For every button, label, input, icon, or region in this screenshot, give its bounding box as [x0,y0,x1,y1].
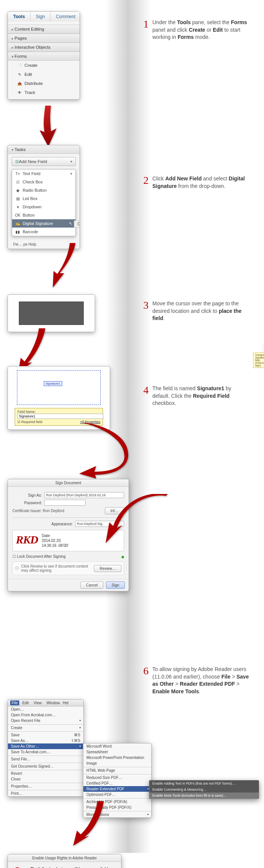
form-icon: ⊞ [15,159,19,164]
mi-get-signed[interactable]: Get Documents Signed… [8,763,83,769]
reader-extended-submenu: Enable Adding Text in PDFs (that are not… [149,780,259,799]
button-icon: OK [15,212,20,218]
signature-field-area[interactable]: Signature1 [17,370,101,405]
step-number: 6 [143,666,149,676]
step-text: Move the cursor over the page to the des… [152,300,249,322]
usage-intro: The following features will become avail… [31,867,110,868]
mi-create[interactable]: Create [8,724,83,731]
mi-image[interactable]: Image [83,760,151,766]
tab-tools[interactable]: Tools [8,12,31,22]
cursor-icon: ↖ [69,221,72,226]
signature-initials: RKD [16,533,42,548]
forms-edit[interactable]: ✎Edit [8,70,80,79]
mi-save-as-other[interactable]: Save As Other… [8,743,83,749]
signature-preview: RKD Date: 2014.02.20 14:36:16 -06'00' [12,530,124,551]
menu-edit[interactable]: Edit [22,701,29,705]
tasks-header[interactable]: Tasks [8,145,80,154]
mi-pdfa[interactable]: Archivable PDF (PDF/A) [83,798,151,805]
step-text: Click Add New Field and select Digital S… [152,175,249,190]
placed-field-placeholder [19,302,84,325]
section-content-editing[interactable]: Content Editing [8,25,80,34]
textfield-icon: Tᴛ [15,171,20,176]
mi-enable-text[interactable]: Enable Adding Text in PDFs (that are not… [149,780,259,786]
field-type-help: Fie… pe Help [8,240,80,249]
mi-close[interactable]: Close [8,776,83,782]
dd-button[interactable]: OKButton [12,211,75,219]
forms-distribute[interactable]: 📤Distribute [8,79,80,88]
status-icon: ■ [121,554,124,560]
section-pages[interactable]: Pages [8,34,80,43]
field-properties-popup: Signature1 Field Name: ☑ Required field … [8,366,110,430]
dropdown-icon: ▾ [15,204,20,209]
mi-save-as[interactable]: Save As…⇧⌘S [8,738,83,743]
mi-save-acom[interactable]: Save To Acrobat.com… [8,749,83,755]
mi-send[interactable]: Send File… [8,756,83,762]
dd-check-box[interactable]: ☑Check Box [12,178,75,186]
mi-properties[interactable]: Properties… [8,783,83,789]
review-note: Click Review to see if document content … [21,564,92,573]
mi-spreadsheet[interactable]: Spreadsheet [83,749,151,755]
mi-revert[interactable]: Revert [8,770,83,776]
menu-window[interactable]: Window [46,701,60,705]
mi-open[interactable]: Open… [8,706,83,712]
menu-file[interactable]: File [10,700,19,705]
info-icon: ⓘ [15,566,19,571]
save-as-other-submenu: Microsoft Word Spreadsheet Microsoft Pow… [83,743,152,818]
step-text: Under the Tools pane, select the Forms p… [152,19,249,41]
unsigned-tooltip: Unsigned signature field (Click to sign) [253,352,264,368]
mi-save[interactable]: Save⌘S [8,731,83,738]
radio-icon: ◉ [15,188,20,193]
mi-print[interactable]: Print… [8,790,83,796]
mi-open-acom[interactable]: Open From Acrobat.com… [8,712,83,718]
lock-checkbox[interactable]: ☐ Lock Document After Signing [12,554,66,559]
tools-pane: Tools Sign Comment Content Editing Pages… [8,11,80,100]
mi-enable-commenting[interactable]: Enable Commenting & Measuring… [149,786,259,793]
tab-comment[interactable]: Comment [51,12,80,22]
step-number: 1 [143,19,149,29]
required-field-checkbox[interactable]: ☑ Required field [17,420,42,424]
section-forms[interactable]: Forms [8,52,80,61]
mi-certified[interactable]: Certified PDF… [83,780,151,786]
dd-digital-signature[interactable]: ✍Digital Signature↖ [12,219,75,228]
mi-optimized[interactable]: Optimized PDF… [83,792,151,797]
dd-text-field[interactable]: TᴛText Field▾ [12,169,75,178]
mi-msword[interactable]: Microsoft Word [83,743,151,749]
section-interactive-objects[interactable]: Interactive Objects [8,43,80,52]
mi-reduced[interactable]: Reduced Size PDF… [83,774,151,780]
tab-sign[interactable]: Sign [31,12,51,22]
sign-button[interactable]: Sign [106,582,125,589]
mi-open-recent[interactable]: Open Recent File [8,718,83,723]
mi-pdfx[interactable]: Press-Ready PDF (PDF/X) [83,805,151,810]
menu-help[interactable]: Hel [63,701,69,705]
forms-create[interactable]: 📄Create [8,61,80,70]
dialog-title: Sign Document [8,479,129,487]
distribute-icon: 📤 [17,81,22,86]
step-text: The field is named Signature1 by default… [152,385,249,407]
field-type-dropdown: TᴛText Field▾ ☑Check Box ◉Radio Button ▤… [12,169,76,236]
menu-view[interactable]: View [34,701,42,705]
forms-track[interactable]: 👁Track [8,88,80,97]
tab-order[interactable]: Order [74,220,80,228]
dd-dropdown[interactable]: ▾Dropdown [12,203,75,211]
dd-barcode[interactable]: ▮▮Barcode [12,228,75,236]
field-name-input[interactable] [17,414,103,419]
dialog-title: Enable Usage Rights in Adobe Reader [8,854,121,862]
mi-html[interactable]: HTML Web Page [83,767,151,773]
mi-reader-extended[interactable]: Reader Extended PDF [83,786,151,792]
dd-list-box[interactable]: ▤List Box [12,194,75,203]
field-name-label: Field Name: [17,410,100,414]
mi-enable-more-tools[interactable]: Enable More Tools (includes form fill-in… [149,793,259,799]
dd-radio-button[interactable]: ◉Radio Button [12,186,75,194]
review-button[interactable]: Review… [94,565,121,572]
sign-as-select[interactable]: Ron Depford (Ron Depford) 2019.02.16 [44,492,124,498]
signature-field-label[interactable]: Signature1 [44,381,62,386]
password-input[interactable] [44,500,86,506]
page-canvas[interactable] [8,294,95,332]
all-properties-link[interactable]: All Properties [80,420,100,424]
add-new-field-button[interactable]: ⊞Add New Field [12,157,76,166]
cancel-button[interactable]: Cancel [80,582,103,589]
appearance-select[interactable]: Ron-Depford-Sig [75,521,124,527]
mi-msppt[interactable]: Microsoft PowerPoint Presentation [83,755,151,760]
mi-more-options[interactable]: More Options [83,811,151,817]
info-button[interactable]: Inf… [105,507,124,514]
